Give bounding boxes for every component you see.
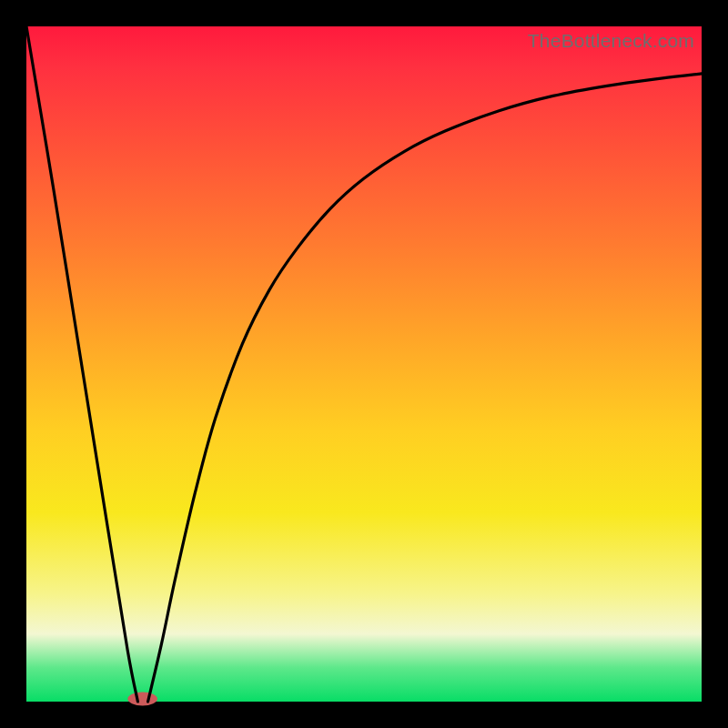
chart-svg xyxy=(26,26,702,702)
chart-frame: TheBottleneck.com xyxy=(0,0,728,728)
dip-marker xyxy=(127,693,157,706)
plot-area: TheBottleneck.com xyxy=(26,26,702,702)
left-branch-line xyxy=(26,26,137,702)
right-branch-line xyxy=(148,74,702,702)
